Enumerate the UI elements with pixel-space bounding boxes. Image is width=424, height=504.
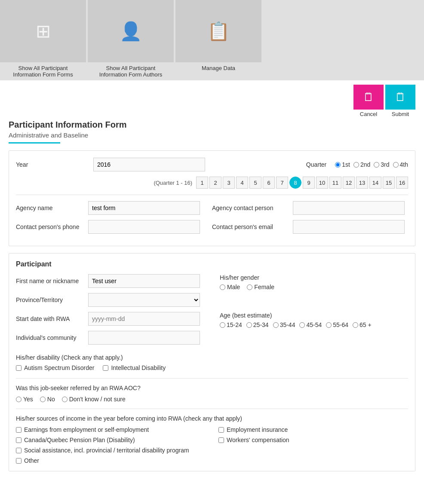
page-9[interactable]: 9 [303,177,315,189]
page-5[interactable]: 5 [249,177,261,189]
card-forms[interactable]: ⊞ Show All Participant Information Form … [0,0,86,80]
cards-row: ⊞ Show All Participant Information Form … [0,0,424,80]
form-container: Participant Information Form Administrat… [0,120,424,487]
income-wc[interactable]: Workers' compensation [218,437,408,443]
disability-asd[interactable]: Autism Spectrum Disorder [16,364,94,371]
age-25-34[interactable]: 25-34 [246,321,269,328]
cancel-label: Cancel [360,111,377,117]
quarter-1st[interactable]: 1st [335,161,350,168]
participant-right-col: His/her gender Male Female Age (bes [211,274,408,350]
card-manage[interactable]: 📋 Manage Data [175,0,261,80]
age-label: Age (best estimate) [220,312,408,319]
page-range-label: (Quarter 1 - 16) [154,180,192,186]
page-10[interactable]: 10 [316,177,328,189]
action-buttons-row: 🗒 Cancel 🗒 Submit [0,80,424,120]
age-radio-group: 15-24 25-34 35-44 45-54 55-64 65 + [220,321,408,328]
person-icon2: 👤 [120,21,142,42]
quarter-3rd[interactable]: 3rd [374,161,389,168]
disability-checkboxes: Autism Spectrum Disorder Intellectual Di… [16,364,408,371]
age-35-44[interactable]: 35-44 [273,321,295,328]
disability-label: His/her disability (Check any that apply… [16,354,408,361]
form-subtitle: Administrative and Baseline [9,131,415,139]
age-15-24[interactable]: 15-24 [220,321,242,328]
contact-phone-input[interactable] [88,220,200,234]
agency-contact-input[interactable] [293,201,405,215]
quarter-row: Quarter 1st 2nd 3rd 4th [306,161,408,168]
pagination: (Quarter 1 - 16) 1 2 3 4 5 6 7 8 9 10 11… [16,177,408,189]
first-name-label: First name or nickname [16,278,85,284]
page-14[interactable]: 14 [369,177,381,189]
page-4[interactable]: 4 [236,177,248,189]
contact-phone-row: Contact person's phone Contact person's … [16,220,408,234]
year-quarter-section: Year Quarter 1st 2nd 3rd 4th (Quarter 1 … [9,150,415,246]
page-13[interactable]: 13 [356,177,368,189]
page-16[interactable]: 16 [396,177,408,189]
income-earnings[interactable]: Earnings from employment or self-employm… [16,426,206,433]
gender-male[interactable]: Male [220,284,240,290]
disability-section: His/her disability (Check any that apply… [16,354,408,371]
page-8[interactable]: 8 [289,177,301,189]
age-section: Age (best estimate) 15-24 25-34 35-44 45… [220,312,408,328]
first-name-input[interactable] [88,274,200,288]
year-input[interactable] [93,158,205,171]
page-2[interactable]: 2 [209,177,221,189]
start-date-row: Start date with RWA [16,312,204,326]
income-grid: Earnings from employment or self-employm… [16,426,408,454]
age-45-54[interactable]: 45-54 [299,321,322,328]
cancel-icon-box[interactable]: 🗒 [353,85,384,110]
start-date-input[interactable] [88,312,200,326]
income-social[interactable]: Social assistance, incl. provincial / te… [16,447,408,454]
age-55-64[interactable]: 55-64 [326,321,348,328]
quarter-radio-group: 1st 2nd 3rd 4th [335,161,408,168]
agency-name-input[interactable] [88,201,200,215]
agency-contact-label: Agency contact person [212,205,289,211]
cancel-button-container[interactable]: 🗒 Cancel [353,85,384,117]
community-input[interactable] [88,331,200,345]
submit-icon-box[interactable]: 🗒 [385,85,415,110]
submit-button-container[interactable]: 🗒 Submit [385,85,415,117]
quarter-4th[interactable]: 4th [393,161,408,168]
province-row: Province/Territory [16,293,204,307]
referred-no[interactable]: No [40,396,55,403]
page-1[interactable]: 1 [196,177,208,189]
contact-phone-label: Contact person's phone [16,223,85,230]
contact-email-input[interactable] [293,220,405,234]
page-12[interactable]: 12 [343,177,355,189]
gender-section: His/her gender Male Female [220,274,408,290]
card-forms-text: Show All Participant Information Form Fo… [0,62,86,80]
province-select[interactable] [88,293,200,307]
page-6[interactable]: 6 [263,177,275,189]
community-row: Individual's community [16,331,204,345]
community-label: Individual's community [16,334,85,341]
form-title: Participant Information Form [9,120,415,130]
year-label: Year [16,161,85,168]
page-3[interactable]: 3 [223,177,235,189]
quarter-label: Quarter [306,161,326,168]
referred-dontknow[interactable]: Don't know / not sure [62,396,126,403]
participant-section: Participant First name or nickname Provi… [9,253,415,471]
income-section: His/her sources of income in the year be… [16,415,408,464]
referred-yes[interactable]: Yes [16,396,33,403]
page-15[interactable]: 15 [383,177,395,189]
referred-label: Was this job-seeker referred by an RWA A… [16,385,408,391]
page-11[interactable]: 11 [329,177,341,189]
card-authors-text: Show All Participant Information Form Au… [88,62,174,80]
quarter-2nd[interactable]: 2nd [353,161,370,168]
grid-icon2: ⊞ [36,21,51,42]
page-7[interactable]: 7 [276,177,288,189]
gender-female[interactable]: Female [247,284,274,290]
income-other[interactable]: Other [16,457,408,464]
province-label: Province/Territory [16,296,85,303]
card-authors[interactable]: 👤 Show All Participant Information Form … [88,0,174,80]
participant-two-col: First name or nickname Province/Territor… [16,274,408,350]
agency-name-row: Agency name Agency contact person [16,201,408,215]
card-manage-text: Manage Data [197,62,240,74]
participant-left-col: First name or nickname Province/Territor… [16,274,204,350]
age-65plus[interactable]: 65 + [353,321,372,328]
disability-id[interactable]: Intellectual Disability [103,364,166,371]
income-cpp[interactable]: Canada/Quebec Pension Plan (Disability) [16,437,206,443]
cancel-icon: 🗒 [363,91,374,104]
participant-title: Participant [16,260,408,268]
title-underline [9,142,60,144]
income-ei[interactable]: Employment insurance [218,426,408,433]
